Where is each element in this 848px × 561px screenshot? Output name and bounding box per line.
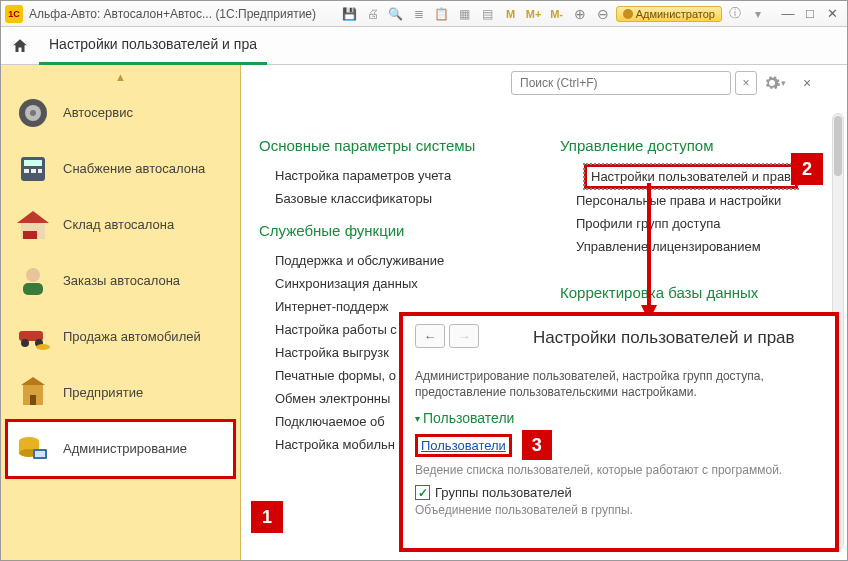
tab-bar: Настройки пользователей и пра	[1, 27, 847, 65]
back-button[interactable]: ←	[415, 324, 445, 348]
sidebar-item-label: Снабжение автосалона	[63, 161, 205, 176]
tab-user-settings[interactable]: Настройки пользователей и пра	[39, 27, 267, 65]
tire-icon	[13, 93, 53, 133]
link-user-rights-settings[interactable]: Настройки пользователей и прав	[584, 164, 798, 189]
search-input[interactable]	[512, 76, 730, 90]
link-users[interactable]: Пользователи	[421, 438, 506, 453]
preview-icon[interactable]: 🔍	[386, 5, 406, 23]
svg-marker-8	[17, 211, 49, 223]
groups-hint: Объединение пользователей в группы.	[415, 503, 823, 517]
section-title: Служебные функции	[259, 222, 520, 239]
svg-rect-19	[30, 395, 36, 405]
svg-point-2	[30, 110, 36, 116]
link-users-box: Пользователи	[415, 434, 512, 457]
link-access-profiles[interactable]: Профили групп доступа	[560, 212, 821, 235]
sidebar-item-label: Склад автосалона	[63, 217, 174, 232]
svg-point-14	[21, 339, 29, 347]
link-params-setup[interactable]: Настройка параметров учета	[259, 164, 520, 187]
user-icon	[623, 9, 633, 19]
title-bar: 1C Альфа-Авто: Автосалон+Автос... (1С:Пр…	[1, 1, 847, 27]
sidebar-item-label: Администрирование	[63, 441, 187, 456]
svg-rect-5	[24, 169, 29, 173]
checkbox-label: Группы пользователей	[435, 485, 572, 500]
sidebar-item-label: Заказы автосалона	[63, 273, 180, 288]
svg-rect-12	[23, 283, 43, 295]
link-licensing[interactable]: Управление лицензированием	[560, 235, 821, 258]
search-clear-button[interactable]: ×	[735, 71, 757, 95]
section-users-header[interactable]: ▾ Пользователи	[415, 410, 823, 426]
checkbox-icon: ✓	[415, 485, 430, 500]
section-title: Корректировка базы данных	[560, 284, 821, 301]
callout-3: 3	[522, 430, 552, 460]
sidebar: ▲ Автосервис Снабжение автосалона Склад …	[1, 65, 241, 560]
dropdown-icon[interactable]: ▾	[748, 5, 768, 23]
database-monitor-icon	[13, 429, 53, 469]
calendar-icon[interactable]: ▦	[455, 5, 475, 23]
minimize-button[interactable]: —	[777, 5, 799, 23]
tab-label: Настройки пользователей и пра	[49, 36, 257, 52]
sidebar-item-warehouse[interactable]: Склад автосалона	[7, 197, 234, 253]
person-icon	[13, 261, 53, 301]
m-minus-icon[interactable]: M-	[547, 5, 567, 23]
svg-marker-18	[21, 377, 45, 385]
link-base-classifiers[interactable]: Базовые классификаторы	[259, 187, 520, 210]
sidebar-item-supply[interactable]: Снабжение автосалона	[7, 141, 234, 197]
calc-icon[interactable]: ▤	[478, 5, 498, 23]
checkbox-user-groups[interactable]: ✓ Группы пользователей	[415, 485, 823, 500]
m-icon[interactable]: M	[501, 5, 521, 23]
user-settings-panel: ← → Настройки пользователей и прав Админ…	[399, 312, 839, 552]
app-window: 1C Альфа-Авто: Автосалон+Автос... (1С:Пр…	[0, 0, 848, 561]
users-hint: Ведение списка пользователей, которые ра…	[415, 463, 823, 477]
m-plus-icon[interactable]: M+	[524, 5, 544, 23]
link-support[interactable]: Поддержка и обслуживание	[259, 249, 520, 272]
link-sync[interactable]: Синхронизация данных	[259, 272, 520, 295]
callout-1: 1	[251, 501, 283, 533]
sidebar-item-label: Автосервис	[63, 105, 133, 120]
print-icon[interactable]: 🖨	[363, 5, 383, 23]
svg-point-16	[36, 344, 50, 350]
copy-icon[interactable]: 📋	[432, 5, 452, 23]
zoom-in-icon[interactable]: ⊕	[570, 5, 590, 23]
car-coins-icon	[13, 317, 53, 357]
link-personal-rights[interactable]: Персональные права и настройки	[560, 189, 821, 212]
sidebar-item-enterprise[interactable]: Предприятие	[7, 365, 234, 421]
callout-2: 2	[791, 153, 823, 185]
user-badge[interactable]: Администратор	[616, 6, 722, 22]
svg-rect-10	[23, 231, 37, 239]
gear-icon[interactable]: ▾	[761, 71, 787, 95]
sidebar-scroll-up-icon[interactable]: ▲	[7, 69, 234, 85]
svg-rect-6	[31, 169, 36, 173]
save-icon[interactable]: 💾	[340, 5, 360, 23]
calculator-icon	[13, 149, 53, 189]
svg-point-11	[26, 268, 40, 282]
sidebar-item-label: Предприятие	[63, 385, 143, 400]
maximize-button[interactable]: □	[799, 5, 821, 23]
home-tab[interactable]	[7, 33, 33, 59]
zoom-out-icon[interactable]: ⊖	[593, 5, 613, 23]
panel-description: Администрирование пользователей, настрой…	[415, 368, 823, 400]
panel-title: Настройки пользователей и прав	[533, 328, 825, 348]
search-box[interactable]	[511, 71, 731, 95]
close-button[interactable]: ✕	[821, 5, 843, 23]
scrollbar-thumb[interactable]	[834, 116, 842, 176]
sidebar-item-sales[interactable]: Продажа автомобилей	[7, 309, 234, 365]
svg-rect-7	[38, 169, 42, 173]
section-title: Управление доступом	[560, 137, 821, 154]
building-icon	[13, 373, 53, 413]
sidebar-item-autoservice[interactable]: Автосервис	[7, 85, 234, 141]
sidebar-item-label: Продажа автомобилей	[63, 329, 201, 344]
sidebar-item-orders[interactable]: Заказы автосалона	[7, 253, 234, 309]
forward-button[interactable]: →	[449, 324, 479, 348]
section-title: Основные параметры системы	[259, 137, 520, 154]
sidebar-item-administration[interactable]: Администрирование	[7, 421, 234, 477]
home-icon	[11, 37, 29, 55]
close-panel-button[interactable]: ×	[797, 75, 817, 91]
warehouse-icon	[13, 205, 53, 245]
info-icon[interactable]: ⓘ	[725, 5, 745, 23]
chevron-down-icon: ▾	[415, 413, 420, 424]
app-title: Альфа-Авто: Автосалон+Автос... (1С:Предп…	[29, 7, 316, 21]
compare-icon[interactable]: ≣	[409, 5, 429, 23]
app-logo-icon: 1C	[5, 5, 23, 23]
callout-arrow-icon	[639, 183, 659, 323]
section-users-label: Пользователи	[423, 410, 514, 426]
